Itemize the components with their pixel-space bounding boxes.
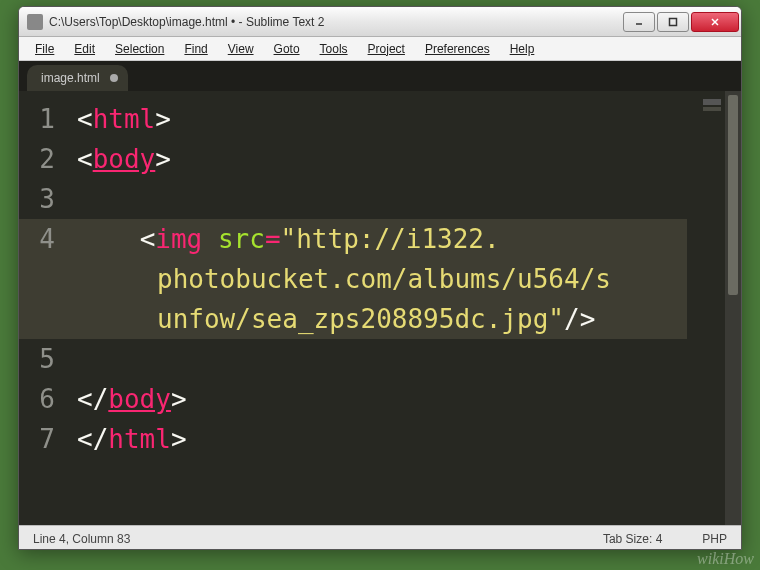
window-controls	[623, 12, 739, 32]
code-line: <html>	[77, 99, 687, 139]
menu-view[interactable]: View	[218, 40, 264, 58]
line-gutter: 1 2 3 4 5 6 7	[19, 91, 67, 525]
tab-label: image.html	[41, 71, 100, 85]
watermark: wikiHow	[697, 550, 754, 568]
minimap[interactable]	[697, 91, 725, 525]
svg-rect-1	[670, 18, 677, 25]
app-icon	[27, 14, 43, 30]
code-line: <body>	[77, 139, 687, 179]
menu-preferences[interactable]: Preferences	[415, 40, 500, 58]
line-number: 7	[19, 419, 67, 459]
line-number: 3	[19, 179, 67, 219]
status-syntax[interactable]: PHP	[702, 532, 727, 546]
statusbar: Line 4, Column 83 Tab Size: 4 PHP	[19, 525, 741, 550]
minimap-region	[703, 107, 721, 111]
line-number: 6	[19, 379, 67, 419]
line-number: 2	[19, 139, 67, 179]
titlebar[interactable]: C:\Users\Top\Desktop\image.html • - Subl…	[19, 7, 741, 37]
maximize-button[interactable]	[657, 12, 689, 32]
vertical-scrollbar[interactable]	[725, 91, 741, 525]
minimize-button[interactable]	[623, 12, 655, 32]
menu-find[interactable]: Find	[174, 40, 217, 58]
menu-goto[interactable]: Goto	[264, 40, 310, 58]
tabbar: image.html	[19, 61, 741, 91]
code-line-wrap: unfow/sea_zps208895dc.jpg"/>	[67, 299, 687, 339]
code-line: </body>	[77, 379, 687, 419]
code-line	[77, 179, 687, 219]
status-cursor-position: Line 4, Column 83	[33, 532, 130, 546]
editor-area[interactable]: 1 2 3 4 5 6 7 <html> <body> <img src="ht…	[19, 91, 741, 525]
app-window: C:\Users\Top\Desktop\image.html • - Subl…	[18, 6, 742, 550]
tab-image-html[interactable]: image.html	[27, 65, 128, 91]
status-tab-size[interactable]: Tab Size: 4	[603, 532, 662, 546]
titlebar-text: C:\Users\Top\Desktop\image.html • - Subl…	[49, 15, 623, 29]
code-line: </html>	[77, 419, 687, 459]
line-number: 1	[19, 99, 67, 139]
code-line	[77, 339, 687, 379]
code-line-active: <img src="http://i1322.	[67, 219, 687, 259]
menu-edit[interactable]: Edit	[64, 40, 105, 58]
line-number-wrap	[19, 259, 67, 299]
menu-selection[interactable]: Selection	[105, 40, 174, 58]
code-line-wrap: photobucket.com/albums/u564/s	[67, 259, 687, 299]
dirty-indicator-icon	[110, 74, 118, 82]
menubar: File Edit Selection Find View Goto Tools…	[19, 37, 741, 61]
scrollbar-thumb[interactable]	[728, 95, 738, 295]
line-number: 4	[19, 219, 67, 259]
menu-file[interactable]: File	[25, 40, 64, 58]
close-button[interactable]	[691, 12, 739, 32]
code-view[interactable]: <html> <body> <img src="http://i1322. ph…	[67, 91, 697, 525]
menu-tools[interactable]: Tools	[310, 40, 358, 58]
minimap-region	[703, 99, 721, 105]
menu-help[interactable]: Help	[500, 40, 545, 58]
line-number: 5	[19, 339, 67, 379]
menu-project[interactable]: Project	[358, 40, 415, 58]
line-number-wrap	[19, 299, 67, 339]
